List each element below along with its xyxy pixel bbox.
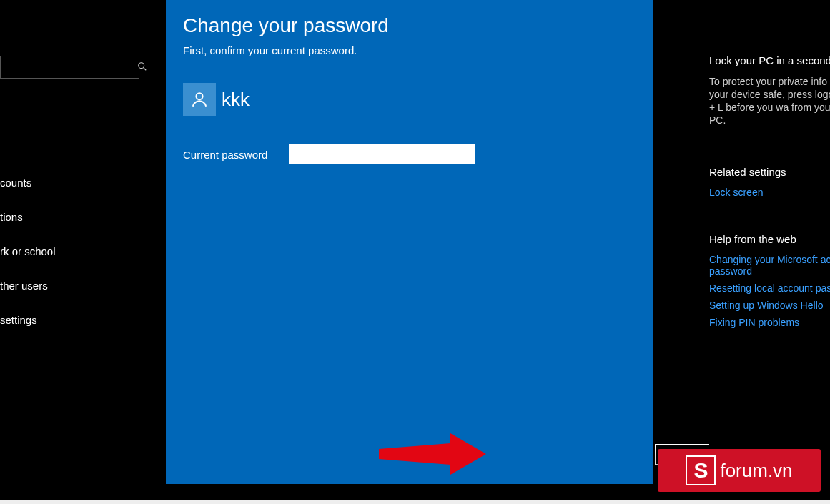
watermark-badge: S forum.vn: [658, 449, 821, 492]
right-pane: Lock your PC in a second To protect your…: [709, 0, 830, 500]
watermark-text: forum.vn: [720, 460, 792, 482]
search-icon: [137, 61, 147, 74]
svg-point-2: [196, 93, 202, 99]
help-link-reset-local[interactable]: Resetting local account pas: [709, 282, 830, 294]
svg-point-0: [139, 62, 144, 68]
sidebar-item-accounts[interactable]: counts: [0, 166, 147, 200]
svg-line-1: [144, 67, 147, 70]
current-password-row: Current password: [183, 144, 475, 164]
watermark-logo-icon: S: [686, 455, 716, 485]
help-heading: Help from the web: [709, 233, 830, 245]
tip-body: To protect your private info keep your d…: [709, 75, 830, 127]
sidebar-item-other-users[interactable]: ther users: [0, 269, 147, 303]
tip-heading: Lock your PC in a second: [709, 54, 830, 66]
change-password-dialog: Change your password First, confirm your…: [166, 0, 653, 484]
dialog-subtitle: First, confirm your current password.: [183, 44, 357, 56]
help-link-pin-problems[interactable]: Fixing PIN problems: [709, 317, 830, 328]
sidebar-nav: counts tions rk or school ther users set…: [0, 166, 147, 337]
settings-sidebar: counts tions rk or school ther users set…: [0, 0, 147, 500]
lock-screen-link[interactable]: Lock screen: [709, 187, 830, 198]
current-password-input[interactable]: [289, 144, 475, 164]
user-name: kkk: [222, 89, 250, 111]
user-row: kkk: [183, 83, 250, 116]
dialog-title: Change your password: [183, 14, 389, 37]
help-link-change-password[interactable]: Changing your Microsoft ac password: [709, 254, 830, 277]
search-box[interactable]: [0, 56, 139, 79]
search-input[interactable]: [1, 61, 137, 73]
help-link-windows-hello[interactable]: Setting up Windows Hello: [709, 300, 830, 311]
avatar: [183, 83, 216, 116]
sidebar-item-options[interactable]: tions: [0, 200, 147, 234]
bottom-strip: [0, 500, 830, 504]
user-icon: [190, 90, 209, 109]
sidebar-item-settings[interactable]: settings: [0, 303, 147, 337]
current-password-label: Current password: [183, 149, 289, 161]
sidebar-item-work-school[interactable]: rk or school: [0, 234, 147, 269]
related-heading: Related settings: [709, 166, 830, 178]
